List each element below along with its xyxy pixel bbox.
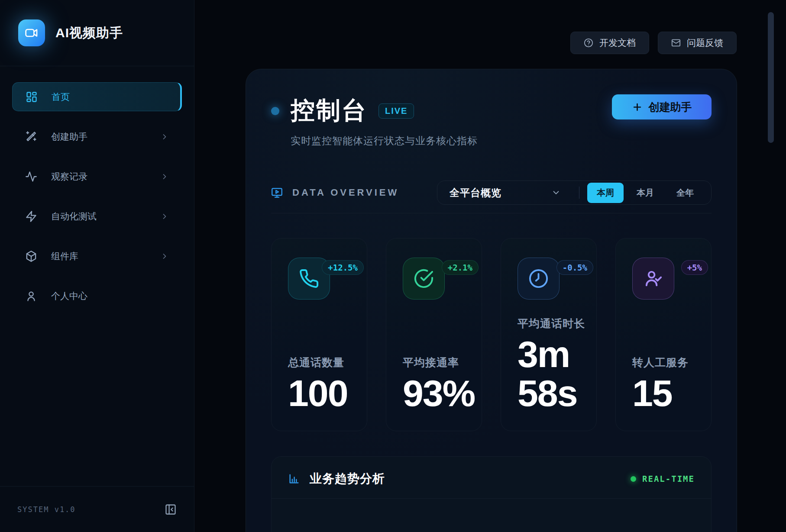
stat-icon-tile (632, 258, 674, 300)
app-title: AI视频助手 (55, 24, 123, 42)
user-icon (25, 290, 37, 302)
realtime-dot-icon (631, 476, 636, 482)
chevron-right-icon (160, 132, 169, 141)
data-overview-label: DATA OVERVIEW (292, 187, 399, 198)
stat-value: 3m 58s (518, 335, 595, 413)
console-header: 控制台 LIVE 实时监控智能体运行状态与业务核心指标 创建助手 (271, 94, 712, 148)
sidebar-item-create-assistant[interactable]: 创建助手 (12, 122, 182, 151)
tab-this-month[interactable]: 本月 (627, 183, 663, 203)
sidebar-item-component-library[interactable]: 组件库 (12, 242, 182, 271)
trend-title: 业务趋势分析 (310, 471, 385, 487)
stat-delta-badge: +2.1% (442, 260, 479, 275)
trend-header: 业务趋势分析 REAL-TIME (272, 457, 711, 499)
dev-docs-label: 开发文档 (599, 37, 636, 49)
stat-card-human-transfer: +5% 转人工服务 15 (615, 238, 712, 431)
stat-icon-tile (518, 258, 560, 300)
tab-full-year[interactable]: 全年 (667, 183, 703, 203)
status-dot (271, 107, 279, 115)
sidebar-item-label: 首页 (52, 91, 70, 103)
wand-icon (25, 131, 37, 143)
overview-controls: 全平台概览 本周 本月 全年 (437, 181, 712, 205)
page-title: 控制台 (291, 94, 367, 127)
zap-icon (25, 210, 37, 222)
stat-card-total-calls: +12.5% 总通话数量 100 (271, 238, 367, 431)
sidebar-nav: 首页 创建助手 观察记录 自动化测试 (0, 66, 194, 486)
check-circle-icon (414, 268, 434, 289)
stat-label: 平均接通率 (403, 355, 480, 370)
period-tabs: 本周 本月 全年 (579, 183, 711, 203)
panel-collapse-icon (165, 503, 177, 516)
sidebar-item-label: 组件库 (51, 250, 78, 262)
sidebar-item-label: 创建助手 (51, 131, 87, 143)
activity-icon (25, 171, 37, 183)
stat-icon-tile (403, 258, 445, 300)
mail-icon (671, 38, 681, 48)
tab-this-week[interactable]: 本周 (587, 183, 624, 203)
stat-value: 100 (288, 374, 365, 413)
platform-select[interactable]: 全平台概览 (437, 186, 579, 200)
sidebar-footer: SYSTEM v1.0 (0, 486, 194, 532)
sidebar-item-observation-log[interactable]: 观察记录 (12, 162, 182, 191)
system-version: SYSTEM v1.0 (17, 505, 76, 514)
chevron-right-icon (160, 212, 169, 221)
realtime-badge: REAL-TIME (631, 474, 695, 484)
stat-card-answer-rate: +2.1% 平均接通率 93% (386, 238, 482, 431)
stat-card-avg-duration: -0.5% 平均通话时长 3m 58s (501, 238, 597, 431)
stat-delta-badge: +12.5% (322, 260, 364, 275)
brand: AI视频助手 (0, 0, 194, 66)
sidebar-item-label: 个人中心 (51, 290, 87, 302)
live-badge: LIVE (378, 103, 414, 119)
phone-icon (299, 268, 319, 289)
bar-chart-icon (288, 473, 300, 485)
chevron-right-icon (160, 252, 169, 261)
console-panel: 控制台 LIVE 实时监控智能体运行状态与业务核心指标 创建助手 DATA OV… (246, 69, 737, 532)
trend-analysis-card: 业务趋势分析 REAL-TIME (271, 456, 712, 532)
sidebar-item-label: 观察记录 (51, 171, 87, 183)
dev-docs-button[interactable]: 开发文档 (570, 32, 649, 54)
feedback-label: 问题反馈 (687, 37, 723, 49)
stat-delta-badge: +5% (681, 260, 708, 275)
vertical-scrollbar[interactable] (768, 12, 774, 143)
plus-icon (632, 102, 643, 113)
user-check-icon (643, 268, 663, 289)
clock-icon (528, 268, 549, 289)
page-subtitle: 实时监控智能体运行状态与业务核心指标 (291, 134, 478, 148)
stat-delta-badge: -0.5% (556, 260, 593, 275)
dashboard-icon (26, 91, 38, 103)
stat-label: 转人工服务 (632, 355, 709, 370)
stat-label: 平均通话时长 (518, 316, 595, 331)
sidebar-item-automated-testing[interactable]: 自动化测试 (12, 202, 182, 231)
data-overview-heading: DATA OVERVIEW (271, 187, 399, 199)
create-assistant-button[interactable]: 创建助手 (612, 94, 712, 119)
sidebar-item-personal-center[interactable]: 个人中心 (12, 281, 182, 310)
stat-label: 总通话数量 (288, 355, 365, 370)
sidebar-collapse-button[interactable] (165, 503, 177, 516)
feedback-button[interactable]: 问题反馈 (658, 32, 737, 54)
stat-value: 15 (632, 374, 709, 413)
help-circle-icon (584, 38, 593, 48)
stats-row: +12.5% 总通话数量 100 +2.1% 平均接通率 93% -0.5% 平… (271, 238, 712, 431)
box-icon (25, 250, 37, 262)
sidebar-item-label: 自动化测试 (51, 210, 97, 222)
data-overview-row: DATA OVERVIEW 全平台概览 本周 本月 全年 (271, 181, 712, 205)
platform-select-value: 全平台概览 (450, 186, 501, 200)
create-assistant-label: 创建助手 (649, 100, 692, 114)
app-logo (18, 19, 45, 46)
chevron-right-icon (160, 172, 169, 181)
topbar: 开发文档 问题反馈 (570, 32, 737, 54)
chevron-down-icon (551, 188, 561, 197)
realtime-label: REAL-TIME (642, 474, 695, 484)
sidebar: AI视频助手 首页 创建助手 观察记录 (0, 0, 194, 532)
stat-value: 93% (403, 374, 480, 413)
section-divider (271, 213, 712, 213)
sidebar-item-home[interactable]: 首页 (12, 82, 182, 111)
video-camera-icon (25, 26, 39, 40)
monitor-play-icon (271, 187, 283, 199)
